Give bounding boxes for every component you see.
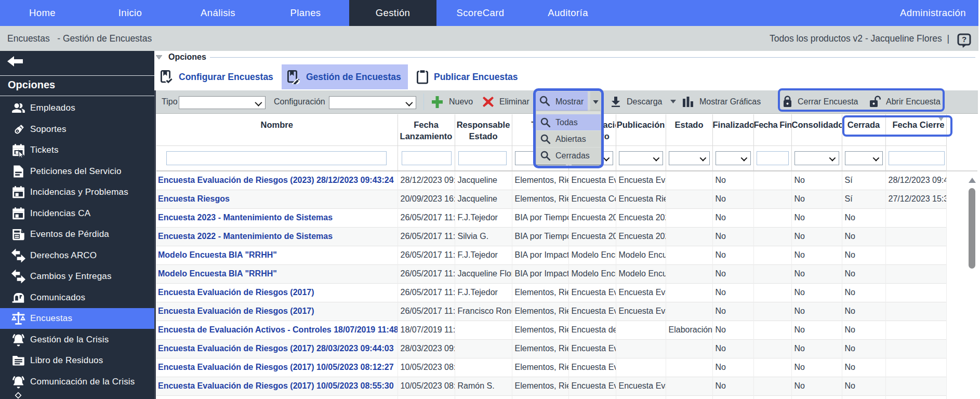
svg-text:?: ? [962,35,966,44]
